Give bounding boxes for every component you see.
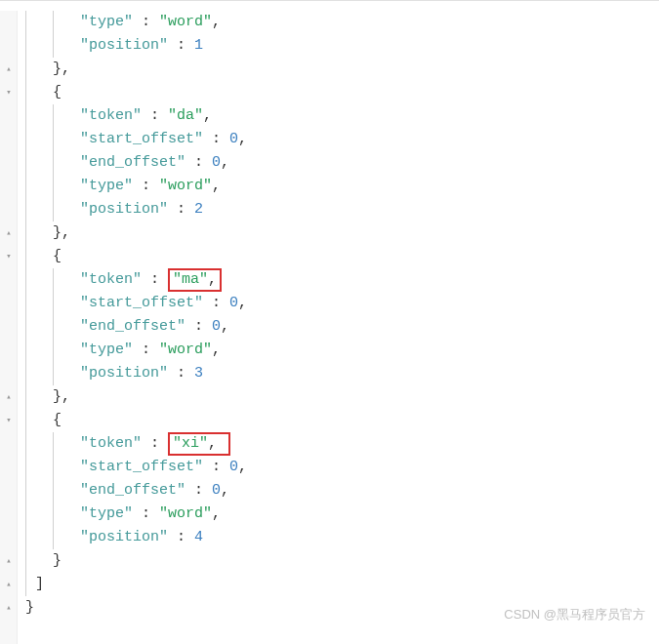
code-line: "start_offset" : 0, — [25, 128, 659, 151]
fold-placeholder — [0, 315, 18, 339]
code-line: "position" : 2 — [25, 198, 659, 221]
code-line: "start_offset" : 0, — [25, 292, 659, 315]
fold-expand-icon[interactable]: ▾ — [0, 81, 18, 104]
code-line: ] — [25, 573, 659, 596]
code-line: "type" : "word", — [25, 339, 659, 362]
fold-placeholder — [0, 11, 18, 34]
code-line: "token" : "xi", — [25, 432, 659, 456]
code-editor: ▴ ▾ ▴ ▾ ▴ ▾ ▴ ▴ ▴ "type" : "word", "posi… — [0, 0, 659, 644]
code-line: "type" : "word", — [25, 11, 659, 34]
code-line: }, — [25, 221, 659, 245]
highlight-annotation: "ma", — [168, 268, 222, 292]
fold-placeholder — [0, 362, 18, 385]
fold-placeholder — [0, 339, 18, 362]
fold-placeholder — [0, 198, 18, 221]
fold-placeholder — [0, 268, 18, 292]
watermark: CSDN @黑马程序员官方 — [504, 603, 645, 626]
code-line: } — [25, 549, 659, 573]
fold-placeholder — [0, 104, 18, 128]
highlight-annotation: "xi", — [168, 432, 230, 456]
fold-placeholder — [0, 456, 18, 479]
fold-collapse-icon[interactable]: ▴ — [0, 58, 18, 81]
fold-placeholder — [0, 503, 18, 526]
code-line: "position" : 1 — [25, 34, 659, 58]
fold-expand-icon[interactable]: ▾ — [0, 409, 18, 432]
code-line: "end_offset" : 0, — [25, 315, 659, 339]
code-line: "end_offset" : 0, — [25, 151, 659, 175]
code-line: { — [25, 409, 659, 432]
fold-collapse-icon[interactable]: ▴ — [0, 549, 18, 573]
code-line: "start_offset" : 0, — [25, 456, 659, 479]
code-line: { — [25, 245, 659, 268]
fold-placeholder — [0, 432, 18, 456]
fold-placeholder — [0, 292, 18, 315]
code-line: "type" : "word", — [25, 503, 659, 526]
fold-collapse-icon[interactable]: ▴ — [0, 221, 18, 245]
code-line: "position" : 4 — [25, 526, 659, 549]
code-line: "position" : 3 — [25, 362, 659, 385]
code-line: }, — [25, 58, 659, 81]
fold-placeholder — [0, 151, 18, 175]
fold-placeholder — [0, 526, 18, 549]
fold-collapse-icon[interactable]: ▴ — [0, 385, 18, 409]
code-line: }, — [25, 385, 659, 409]
fold-collapse-icon[interactable]: ▴ — [0, 573, 18, 596]
code-line: "token" : "ma", — [25, 268, 659, 292]
code-area[interactable]: "type" : "word", "position" : 1 }, { "to… — [18, 11, 659, 644]
fold-placeholder — [0, 128, 18, 151]
fold-placeholder — [0, 175, 18, 198]
fold-collapse-icon[interactable]: ▴ — [0, 596, 18, 620]
fold-expand-icon[interactable]: ▾ — [0, 245, 18, 268]
code-line: "end_offset" : 0, — [25, 479, 659, 503]
code-line: "type" : "word", — [25, 175, 659, 198]
fold-placeholder — [0, 34, 18, 58]
code-line: { — [25, 81, 659, 104]
fold-placeholder — [0, 479, 18, 503]
code-line: "token" : "da", — [25, 104, 659, 128]
gutter: ▴ ▾ ▴ ▾ ▴ ▾ ▴ ▴ ▴ — [0, 11, 18, 644]
